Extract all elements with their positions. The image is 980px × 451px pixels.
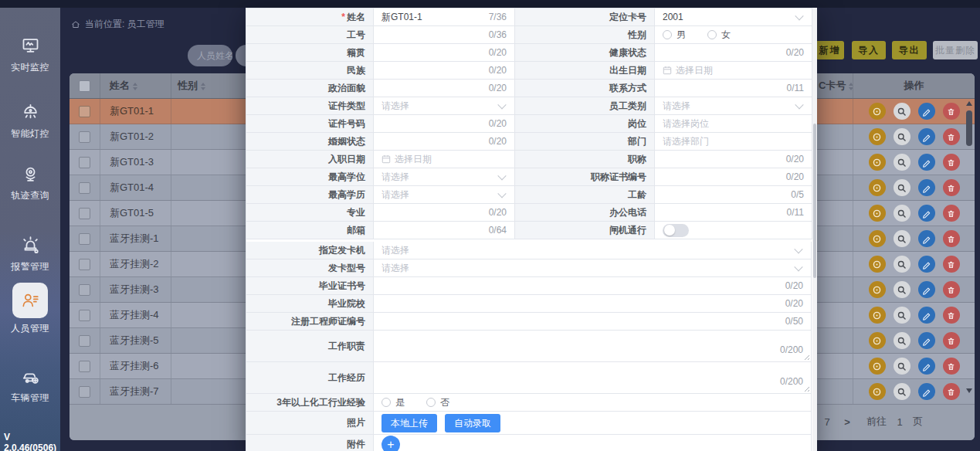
radio-option[interactable]: 女 bbox=[707, 29, 731, 42]
edit-button[interactable] bbox=[918, 256, 935, 273]
edit-button[interactable] bbox=[918, 103, 935, 120]
auto-capture-button[interactable]: 自动录取 bbox=[445, 414, 500, 432]
delete-button[interactable] bbox=[943, 230, 960, 247]
edit-button[interactable] bbox=[918, 154, 935, 171]
field-text[interactable]: 0/20 bbox=[655, 151, 812, 168]
resize-handle[interactable] bbox=[802, 385, 809, 392]
field-text[interactable]: 0/20 bbox=[374, 44, 515, 62]
row-checkbox[interactable] bbox=[79, 233, 90, 245]
row-checkbox[interactable] bbox=[79, 259, 90, 270]
field-input[interactable]: 请选择岗位 bbox=[655, 115, 812, 133]
field-text[interactable]: 0/20 bbox=[374, 277, 812, 295]
field-text[interactable]: 0/20 bbox=[374, 133, 515, 151]
radio-option[interactable]: 是 bbox=[381, 396, 405, 409]
sort-carets-icon[interactable] bbox=[201, 83, 205, 90]
delete-button[interactable] bbox=[943, 103, 960, 120]
field-radio[interactable]: 是否 bbox=[374, 394, 812, 412]
dialog-scrollbar[interactable] bbox=[812, 8, 817, 451]
dialog-scrollbar-thumb[interactable] bbox=[813, 124, 816, 278]
field-textarea[interactable]: 0/200 bbox=[374, 362, 812, 394]
issue-card-button[interactable] bbox=[869, 154, 886, 171]
row-checkbox[interactable] bbox=[79, 335, 90, 347]
issue-card-button[interactable] bbox=[869, 383, 886, 400]
delete-button[interactable] bbox=[943, 205, 960, 222]
sidebar-item-4[interactable]: 人员管理 bbox=[0, 283, 60, 335]
field-select[interactable]: 2001 bbox=[655, 8, 812, 26]
field-select[interactable]: 请选择 bbox=[374, 168, 515, 186]
view-button[interactable] bbox=[894, 383, 910, 400]
field-select[interactable]: 请选择 bbox=[374, 259, 812, 277]
field-input[interactable]: 请选择部门 bbox=[655, 133, 812, 151]
sidebar-item-3[interactable]: 报警管理 bbox=[0, 233, 60, 273]
add-attachment-button[interactable]: + bbox=[381, 436, 400, 451]
field-date[interactable]: 选择日期 bbox=[374, 151, 515, 168]
delete-button[interactable] bbox=[943, 307, 960, 324]
view-button[interactable] bbox=[894, 281, 910, 298]
edit-button[interactable] bbox=[918, 230, 935, 247]
delete-button[interactable] bbox=[943, 332, 960, 349]
field-select[interactable]: 请选择 bbox=[374, 242, 812, 259]
sort-carets-icon[interactable] bbox=[133, 83, 137, 90]
issue-card-button[interactable] bbox=[869, 256, 886, 273]
field-toggle[interactable] bbox=[655, 222, 812, 239]
view-button[interactable] bbox=[894, 179, 910, 196]
column-header-name[interactable]: 姓名 bbox=[100, 73, 171, 98]
issue-card-button[interactable] bbox=[869, 307, 886, 324]
view-button[interactable] bbox=[894, 358, 910, 375]
field-text[interactable]: 0/64 bbox=[374, 222, 515, 239]
row-checkbox[interactable] bbox=[79, 310, 90, 321]
issue-card-button[interactable] bbox=[869, 205, 886, 222]
issue-card-button[interactable] bbox=[869, 179, 886, 196]
field-text[interactable]: 0/36 bbox=[374, 26, 515, 44]
sidebar-item-2[interactable]: 轨迹查询 bbox=[0, 162, 60, 202]
edit-button[interactable] bbox=[918, 358, 935, 375]
next-page-button[interactable]: > bbox=[837, 416, 857, 428]
field-text[interactable]: 0/11 bbox=[655, 204, 812, 222]
column-header-card[interactable]: C卡号 bbox=[817, 73, 853, 98]
view-button[interactable] bbox=[894, 230, 910, 247]
field-text[interactable]: 0/20 bbox=[374, 80, 515, 97]
edit-button[interactable] bbox=[918, 281, 935, 298]
page-number-7[interactable]: 7 bbox=[817, 416, 837, 428]
delete-button[interactable] bbox=[943, 128, 960, 145]
radio-option[interactable]: 男 bbox=[663, 29, 686, 42]
scroll-up-icon[interactable] bbox=[966, 101, 972, 106]
field-text[interactable]: 新GT01-17/36 bbox=[374, 8, 515, 26]
delete-button[interactable] bbox=[943, 281, 960, 298]
edit-button[interactable] bbox=[918, 332, 935, 349]
add-button[interactable]: 新增 bbox=[816, 41, 844, 59]
issue-card-button[interactable] bbox=[869, 332, 886, 349]
field-select[interactable]: 请选择 bbox=[374, 97, 515, 115]
table-scrollbar[interactable] bbox=[965, 101, 973, 393]
row-checkbox[interactable] bbox=[79, 386, 90, 398]
field-text[interactable]: 0/20 bbox=[374, 115, 515, 133]
edit-button[interactable] bbox=[918, 205, 935, 222]
issue-card-button[interactable] bbox=[869, 230, 886, 247]
row-checkbox[interactable] bbox=[79, 157, 90, 168]
view-button[interactable] bbox=[894, 128, 910, 145]
row-checkbox[interactable] bbox=[79, 182, 90, 194]
sidebar-item-0[interactable]: 实时监控 bbox=[0, 34, 60, 74]
import-button[interactable]: 导入 bbox=[852, 41, 886, 59]
field-text[interactable]: 0/20 bbox=[374, 295, 812, 313]
field-radio[interactable]: 男女 bbox=[655, 26, 812, 44]
field-date[interactable]: 选择日期 bbox=[655, 62, 812, 80]
issue-card-button[interactable] bbox=[869, 281, 886, 298]
row-checkbox[interactable] bbox=[79, 208, 90, 219]
export-button[interactable]: 导出 bbox=[892, 41, 927, 59]
row-checkbox[interactable] bbox=[79, 361, 90, 372]
field-select[interactable]: 请选择 bbox=[374, 186, 515, 204]
search-input[interactable]: 人员姓名 bbox=[188, 45, 232, 66]
radio-option[interactable]: 否 bbox=[426, 396, 449, 409]
field-text[interactable]: 0/20 bbox=[374, 204, 515, 222]
issue-card-button[interactable] bbox=[869, 103, 886, 120]
scrollbar-thumb[interactable] bbox=[966, 110, 972, 146]
delete-button[interactable] bbox=[943, 358, 960, 375]
field-text[interactable]: 0/20 bbox=[655, 168, 812, 186]
scroll-down-icon[interactable] bbox=[966, 388, 972, 393]
delete-button[interactable] bbox=[943, 154, 960, 171]
field-textarea[interactable]: 0/200 bbox=[374, 331, 812, 362]
delete-button[interactable] bbox=[943, 383, 960, 400]
view-button[interactable] bbox=[894, 307, 910, 324]
edit-button[interactable] bbox=[918, 128, 935, 145]
